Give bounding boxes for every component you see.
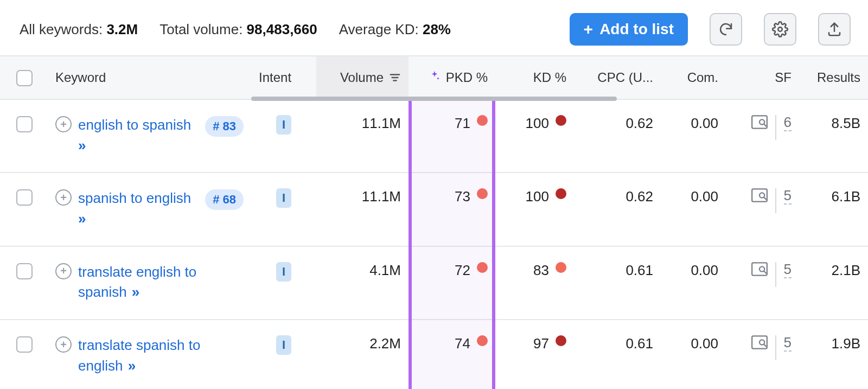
separator	[775, 335, 776, 360]
col-keyword[interactable]: Keyword	[48, 70, 251, 85]
expand-keyword-button[interactable]: +	[55, 189, 72, 206]
volume-cell: 4.1M	[316, 262, 409, 279]
com-cell: 0.00	[661, 188, 726, 205]
all-keywords-value: 3.2M	[106, 21, 138, 37]
row-select-cell[interactable]	[0, 262, 48, 279]
row-select-cell[interactable]	[0, 115, 48, 132]
keyword-cell: + translate spanish to english »	[48, 335, 251, 376]
chevron-right-icon: »	[130, 284, 138, 300]
kd-cell: 100	[495, 188, 574, 205]
sf-count[interactable]: 6	[784, 115, 792, 131]
svg-line-12	[764, 345, 767, 347]
col-kd[interactable]: KD %	[495, 70, 574, 85]
sf-cell[interactable]: 6	[726, 115, 799, 140]
com-cell: 0.00	[661, 335, 726, 352]
select-all-checkbox[interactable]	[16, 70, 33, 86]
intent-badge: I	[276, 335, 291, 355]
serp-features-icon	[751, 262, 768, 280]
kd-difficulty-dot	[556, 115, 566, 126]
horizontal-scroll-indicator[interactable]	[251, 97, 617, 101]
sf-cell[interactable]: 5	[726, 262, 799, 287]
serp-features-icon	[751, 335, 768, 353]
col-cpc-label: CPC (U...	[597, 70, 653, 85]
sort-desc-icon	[389, 72, 401, 84]
sparkle-icon	[429, 70, 441, 85]
col-kd-label: KD %	[533, 70, 566, 85]
expand-keyword-button[interactable]: +	[55, 116, 72, 132]
svg-line-6	[764, 197, 767, 200]
sf-count[interactable]: 5	[784, 335, 792, 352]
row-select-cell[interactable]	[0, 335, 48, 353]
expand-keyword-button[interactable]: +	[55, 263, 72, 279]
table-header: Keyword Intent Volume PKD % KD % CPC (U.…	[0, 56, 868, 100]
keyword-link[interactable]: translate english to spanish »	[78, 262, 219, 303]
sf-count[interactable]: 5	[784, 188, 792, 205]
intent-cell: I	[251, 262, 316, 282]
pkd-cell: 74	[409, 335, 495, 352]
settings-button[interactable]	[764, 13, 796, 46]
row-checkbox[interactable]	[16, 189, 33, 206]
table-row: + english to spanish » # 83 I 11.1M 71 1…	[0, 100, 868, 173]
add-to-list-button[interactable]: + Add to list	[570, 13, 688, 46]
kd-difficulty-dot	[556, 335, 566, 346]
keyword-link[interactable]: english to spanish »	[78, 115, 199, 156]
svg-point-5	[760, 193, 764, 198]
expand-keyword-button[interactable]: +	[55, 336, 72, 353]
col-volume[interactable]: Volume	[316, 56, 409, 99]
results-cell: 1.9B	[799, 335, 868, 352]
col-sf-label: SF	[775, 70, 792, 85]
export-button[interactable]	[818, 13, 851, 46]
all-keywords-metric: All keywords: 3.2M	[20, 21, 138, 38]
avg-kd-metric: Average KD: 28%	[339, 21, 451, 38]
chevron-right-icon: »	[78, 137, 84, 154]
keywords-table: Keyword Intent Volume PKD % KD % CPC (U.…	[0, 55, 868, 389]
pkd-cell: 73	[409, 188, 495, 205]
cpc-cell: 0.62	[574, 115, 661, 132]
col-results[interactable]: Results	[799, 70, 868, 85]
row-checkbox[interactable]	[16, 263, 33, 279]
col-keyword-label: Keyword	[55, 70, 106, 85]
keyword-link[interactable]: translate spanish to english »	[78, 335, 219, 376]
pkd-difficulty-dot	[477, 335, 488, 346]
table-row: + translate spanish to english » I 2.2M …	[0, 320, 868, 389]
col-com[interactable]: Com.	[661, 70, 726, 85]
results-cell: 8.5B	[799, 115, 868, 132]
col-pkd[interactable]: PKD %	[409, 56, 495, 99]
volume-cell: 2.2M	[316, 335, 409, 352]
pkd-difficulty-dot	[477, 262, 488, 273]
avg-kd-label: Average KD:	[339, 21, 423, 37]
keyword-cell: + english to spanish » # 83	[48, 115, 251, 156]
total-volume-value: 98,483,660	[247, 21, 317, 37]
results-cell: 6.1B	[799, 188, 868, 205]
add-to-list-label: Add to list	[599, 21, 674, 38]
svg-line-3	[764, 124, 767, 126]
row-checkbox[interactable]	[16, 336, 33, 353]
kd-cell: 100	[495, 115, 574, 132]
sf-cell[interactable]: 5	[726, 188, 799, 213]
sf-cell[interactable]: 5	[726, 335, 799, 360]
refresh-icon	[718, 21, 734, 37]
col-intent[interactable]: Intent	[251, 70, 316, 85]
gear-icon	[772, 21, 788, 37]
keyword-link[interactable]: spanish to english »	[78, 188, 199, 229]
col-sf[interactable]: SF	[726, 70, 799, 85]
serp-features-icon	[751, 188, 768, 206]
table-row: + spanish to english » # 68 I 11.1M 73 1…	[0, 173, 868, 246]
col-volume-label: Volume	[340, 70, 384, 85]
col-cpc[interactable]: CPC (U...	[574, 70, 661, 85]
sf-count[interactable]: 5	[784, 262, 792, 278]
row-checkbox[interactable]	[16, 116, 33, 132]
rank-badge: # 68	[205, 189, 244, 210]
separator	[775, 115, 776, 140]
kd-difficulty-dot	[556, 262, 566, 273]
intent-cell: I	[251, 188, 316, 208]
select-all-cell[interactable]	[0, 69, 48, 86]
volume-cell: 11.1M	[316, 115, 409, 132]
export-icon	[826, 21, 843, 37]
separator	[775, 188, 776, 213]
row-select-cell[interactable]	[0, 188, 48, 206]
col-results-label: Results	[817, 70, 860, 85]
keyword-cell: + spanish to english » # 68	[48, 188, 251, 229]
intent-badge: I	[276, 188, 291, 208]
refresh-button[interactable]	[710, 13, 742, 46]
